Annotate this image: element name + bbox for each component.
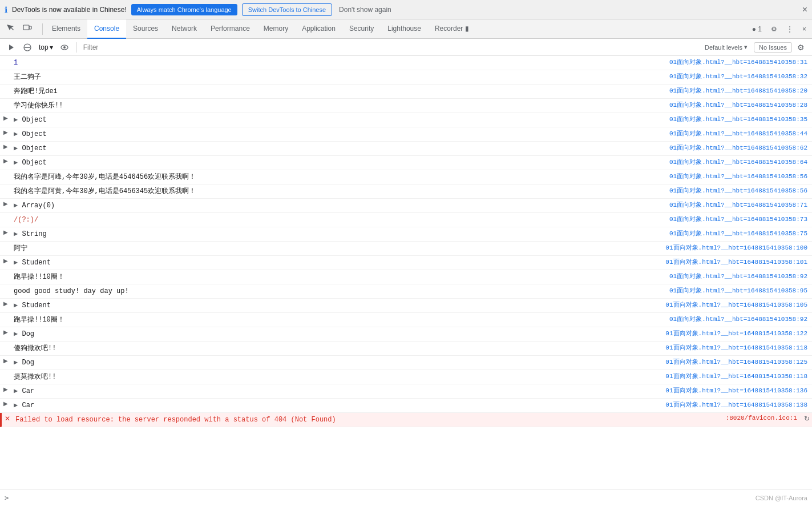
source-link[interactable]: 01面向对象.html?__hbt=1648815410358:44 [665,128,812,139]
reload-icon[interactable]: ↻ [802,413,812,424]
table-row: ▶ ▶ String 01面向对象.html?__hbt=16488154103… [0,227,812,242]
context-dropdown[interactable]: top ▾ [37,42,55,53]
table-row: 王二狗子 01面向对象.html?__hbt=1648815410358:32 [0,70,812,85]
tab-icon-group [2,21,35,37]
list-item: ▶ Student [11,256,661,269]
row-icon [0,242,11,243]
table-row: good good study! day day up! 01面向对象.html… [0,284,812,299]
eye-button[interactable] [58,42,71,53]
row-icon [0,314,11,315]
no-issues-button[interactable]: No Issues [754,42,792,53]
source-link[interactable]: 01面向对象.html?__hbt=1648815410358:73 [665,214,812,224]
table-row: ▶ ▶ Object 01面向对象.html?__hbt=16488154103… [0,142,812,156]
console-input[interactable] [11,494,807,502]
list-item: ▶ Student [11,299,661,312]
clear-console-button[interactable] [21,42,34,53]
device-toggle-button[interactable] [19,21,35,37]
source-link[interactable]: 01面向对象.html?__hbt=1648815410358:95 [665,285,812,296]
svg-point-5 [63,46,66,49]
tab-elements[interactable]: Elements [45,19,87,39]
tab-network[interactable]: Network [165,19,204,39]
expand-arrow[interactable]: ▶ [0,328,11,335]
issues-button[interactable]: ● 1 [749,23,765,35]
list-item: /(?:)/ [11,214,665,226]
filter-input[interactable] [81,42,698,53]
expand-arrow[interactable]: ▶ [0,114,11,121]
source-link[interactable]: 01面向对象.html?__hbt=1648815410358:75 [665,228,812,239]
expand-arrow[interactable]: ▶ [0,356,11,364]
table-row: ▶ ▶ Object 01面向对象.html?__hbt=16488154103… [0,156,812,170]
table-row: ▶ ▶ Car 01面向对象.html?__hbt=1648815410358:… [0,399,812,413]
tab-console[interactable]: Console [87,19,126,39]
list-item: 傻狗撒欢吧!! [11,342,661,355]
source-link[interactable]: 01面向对象.html?__hbt=1648815410358:101 [661,256,812,267]
source-link[interactable]: 01面向对象.html?__hbt=1648815410358:20 [665,85,812,96]
table-row: ▶ ▶ Array(0) 01面向对象.html?__hbt=164881541… [0,199,812,213]
info-icon: ℹ [5,5,7,14]
source-link[interactable]: 01面向对象.html?__hbt=1648815410358:62 [665,142,812,153]
tab-sources[interactable]: Sources [126,19,165,39]
source-link[interactable]: 01面向对象.html?__hbt=1648815410358:31 [665,57,812,67]
source-link[interactable]: 01面向对象.html?__hbt=1648815410358:105 [661,299,812,310]
list-item: ▶ Dog [11,356,661,369]
list-item: 跑早操!!10圈！ [11,271,665,283]
settings-button[interactable]: ⚙ [767,23,781,35]
expand-arrow[interactable]: ▶ [0,399,11,407]
expand-arrow[interactable]: ▶ [0,256,11,264]
source-link[interactable]: 01面向对象.html?__hbt=1648815410358:71 [665,199,812,210]
source-link[interactable]: 01面向对象.html?__hbt=1648815410358:125 [661,356,812,367]
source-link[interactable]: 01面向对象.html?__hbt=1648815410358:138 [661,399,812,410]
row-icon [0,85,11,86]
tab-bar: Elements Console Sources Network Perform… [0,19,812,39]
source-link[interactable]: 01面向对象.html?__hbt=1648815410358:56 [665,171,812,182]
tab-memory[interactable]: Memory [257,19,295,39]
source-link[interactable]: 01面向对象.html?__hbt=1648815410358:118 [661,371,812,381]
more-options-button[interactable]: ⋮ [783,23,797,35]
list-item: 王二狗子 [11,71,665,83]
close-devtools-button[interactable]: × [799,23,810,35]
table-row: 1 01面向对象.html?__hbt=1648815410358:31 [0,56,812,70]
expand-arrow[interactable]: ▶ [0,228,11,235]
switch-devtools-button[interactable]: Switch DevTools to Chinese [242,3,332,16]
row-icon [0,285,11,286]
source-link[interactable]: 01面向对象.html?__hbt=1648815410358:56 [665,185,812,196]
tab-application[interactable]: Application [295,19,342,39]
error-row: ✕ Failed to load resource: the server re… [0,413,812,427]
expand-arrow[interactable]: ▶ [0,142,11,150]
source-link[interactable]: 01面向对象.html?__hbt=1648815410358:28 [665,99,812,110]
expand-arrow[interactable]: ▶ [0,156,11,164]
source-link[interactable]: 01面向对象.html?__hbt=1648815410358:92 [665,314,812,324]
source-link[interactable]: 01面向对象.html?__hbt=1648815410358:118 [661,342,812,353]
source-link[interactable]: 01面向对象.html?__hbt=1648815410358:32 [665,71,812,82]
expand-arrow[interactable]: ▶ [0,299,11,307]
tab-recorder[interactable]: Recorder ▮ [428,19,476,39]
source-link[interactable]: 01面向对象.html?__hbt=1648815410358:35 [665,114,812,125]
tab-performance[interactable]: Performance [204,19,257,39]
source-link[interactable]: 01面向对象.html?__hbt=1648815410358:136 [661,385,812,396]
expand-arrow[interactable]: ▶ [0,385,11,392]
default-levels-button[interactable]: Default levels ▾ [701,42,752,53]
error-icon: ✕ [2,413,13,423]
table-row: 提莫撒欢吧!! 01面向对象.html?__hbt=1648815410358:… [0,370,812,384]
notification-close-button[interactable]: × [802,5,807,15]
console-settings-button[interactable]: ⚙ [794,41,807,54]
run-script-button[interactable] [5,42,18,53]
error-source-link[interactable]: :8020/favicon.ico:1 [721,413,802,423]
source-link[interactable]: 01面向对象.html?__hbt=1648815410358:92 [665,271,812,282]
dropdown-arrow-icon: ▾ [50,43,53,51]
row-icon [0,214,11,215]
expand-arrow[interactable]: ▶ [0,199,11,207]
dont-show-again[interactable]: Don't show again [339,6,391,14]
tab-right-icons: ● 1 ⚙ ⋮ × [749,23,810,35]
tab-security[interactable]: Security [342,19,381,39]
expand-arrow[interactable]: ▶ [0,128,11,135]
source-link[interactable]: 01面向对象.html?__hbt=1648815410358:122 [661,328,812,339]
match-language-button[interactable]: Always match Chrome's language [131,4,237,15]
list-item: ▶ Car [11,385,661,397]
console-input-area: > [0,489,812,506]
row-icon [0,342,11,343]
source-link[interactable]: 01面向对象.html?__hbt=1648815410358:100 [661,242,812,253]
source-link[interactable]: 01面向对象.html?__hbt=1648815410358:64 [665,156,812,167]
tab-lighthouse[interactable]: Lighthouse [381,19,428,39]
inspect-element-button[interactable] [2,21,18,37]
